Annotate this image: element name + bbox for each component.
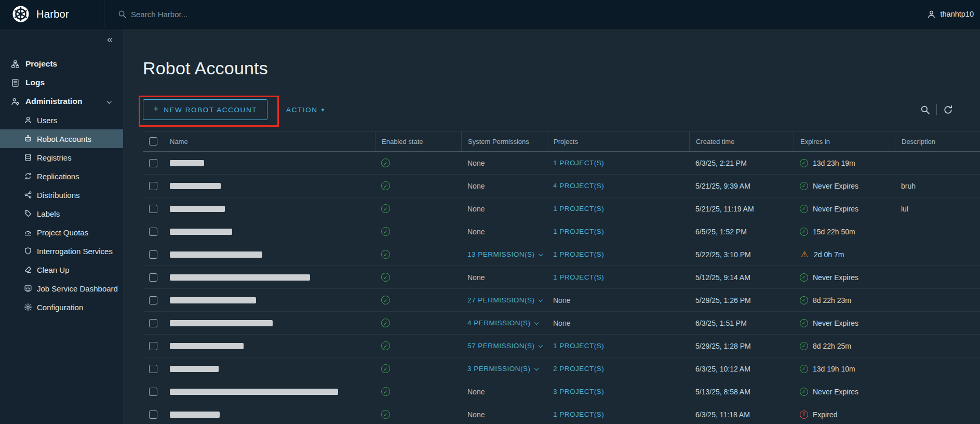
projects-link[interactable]: 1 PROJECT(S) (553, 273, 604, 281)
expires-ok-icon: ✓ (800, 388, 808, 396)
table-row[interactable]: ✓ None 3 PROJECT(S) 5/13/25, 8:58 AM ✓Ne… (143, 380, 980, 403)
projects-link[interactable]: 4 PROJECT(S) (553, 182, 604, 190)
redacted-name-bar (170, 366, 219, 372)
grid-search-icon[interactable] (920, 105, 930, 115)
table-row[interactable]: ✓ None 4 PROJECT(S) 5/21/25, 9:39 AM ✓Ne… (143, 175, 980, 197)
sidebar-item-administration[interactable]: Administration (0, 92, 123, 111)
page-title: Robot Accounts (143, 58, 980, 78)
new-robot-account-button[interactable]: + NEW ROBOT ACCOUNT (143, 99, 267, 120)
replications-icon (24, 172, 32, 180)
created-time: 5/13/25, 8:58 AM (689, 388, 794, 396)
user-menu[interactable]: thanhtp10 (927, 10, 980, 19)
enabled-check-icon: ✓ (381, 227, 390, 236)
collapse-sidebar-button[interactable]: « (107, 34, 113, 44)
row-checkbox[interactable] (149, 273, 157, 282)
created-time: 5/29/25, 1:26 PM (689, 296, 794, 304)
row-checkbox[interactable] (149, 228, 157, 236)
sidebar-item-projects[interactable]: Projects (0, 55, 123, 73)
table-body: ✓ None 1 PROJECT(S) 6/3/25, 2:21 PM ✓13d… (143, 152, 980, 424)
table-row[interactable]: ✓ None 1 PROJECT(S) 5/12/25, 9:14 AM ✓Ne… (143, 266, 980, 289)
permissions-dropdown-link[interactable]: 4 PERMISSION(S) (467, 319, 538, 327)
permissions-dropdown-link[interactable]: 27 PERMISSION(S) (467, 296, 542, 304)
sidebar-item-job-service-dashboard[interactable]: Job Service Dashboard (0, 279, 123, 298)
username: thanhtp10 (940, 10, 974, 18)
row-checkbox[interactable] (149, 388, 157, 396)
row-checkbox[interactable] (149, 205, 157, 213)
row-checkbox[interactable] (149, 365, 157, 373)
refresh-icon[interactable] (943, 105, 953, 115)
sidebar-item-label: Replications (37, 172, 79, 181)
table-row[interactable]: ✓ None 1 PROJECT(S) 5/21/25, 11:19 AM ✓N… (143, 197, 980, 220)
toolbar-divider (936, 104, 937, 115)
projects-link[interactable]: 3 PROJECT(S) (553, 388, 604, 395)
description: lul (895, 205, 980, 213)
table-row[interactable]: ✓ 57 PERMISSION(S) 1 PROJECT(S) 5/29/25,… (143, 335, 980, 357)
global-search-input[interactable] (131, 10, 297, 19)
table-header: Name Enabled state System Permissions Pr… (143, 131, 980, 152)
expires-ok-icon: ✓ (800, 182, 808, 190)
enabled-check-icon: ✓ (381, 181, 390, 190)
sidebar-item-distributions[interactable]: Distributions (0, 186, 123, 204)
row-checkbox[interactable] (149, 182, 157, 190)
row-checkbox[interactable] (149, 410, 157, 419)
projects-link[interactable]: 1 PROJECT(S) (553, 228, 604, 235)
brand[interactable]: Harbor (0, 0, 104, 28)
action-dropdown-button[interactable]: ACTION ▾ (286, 106, 325, 114)
column-header-enabled[interactable]: Enabled state (375, 131, 461, 151)
projects-link[interactable]: 1 PROJECT(S) (553, 159, 604, 167)
redacted-name-bar (170, 343, 244, 349)
row-checkbox[interactable] (149, 319, 157, 327)
sidebar-item-configuration[interactable]: Configuration (0, 298, 123, 316)
expires-text: Never Expires (813, 205, 858, 213)
projects-link[interactable]: 2 PROJECT(S) (553, 365, 604, 373)
sidebar-item-users[interactable]: Users (0, 111, 123, 129)
configuration-icon (24, 303, 32, 311)
sidebar-item-project-quotas[interactable]: Project Quotas (0, 223, 123, 242)
expires-ok-icon: ✓ (800, 365, 808, 373)
created-time: 5/21/25, 11:19 AM (689, 205, 794, 213)
sidebar-item-labels[interactable]: Labels (0, 204, 123, 223)
sidebar-collapse-row: « (0, 29, 123, 49)
permissions-dropdown-link[interactable]: 3 PERMISSION(S) (467, 365, 538, 373)
redacted-name-bar (170, 160, 204, 166)
row-checkbox[interactable] (149, 296, 157, 304)
projects-link[interactable]: 1 PROJECT(S) (553, 342, 604, 350)
enabled-check-icon: ✓ (381, 204, 390, 213)
table-row[interactable]: ✓ None 1 PROJECT(S) 6/5/25, 1:52 PM ✓15d… (143, 220, 980, 243)
table-row[interactable]: ✓ 27 PERMISSION(S) None 5/29/25, 1:26 PM… (143, 289, 980, 312)
sidebar-item-interrogation-services[interactable]: Interrogation Services (0, 242, 123, 260)
sidebar-item-logs[interactable]: Logs (0, 73, 123, 92)
column-header-name[interactable]: Name (164, 131, 375, 151)
column-header-permissions[interactable]: System Permissions (461, 131, 547, 151)
sidebar-item-label: Labels (37, 209, 60, 218)
permissions-dropdown-link[interactable]: 13 PERMISSION(S) (467, 250, 542, 258)
sidebar-item-label: Users (37, 116, 57, 125)
sidebar-item-clean-up[interactable]: Clean Up (0, 260, 123, 279)
permissions-dropdown-link[interactable]: 57 PERMISSION(S) (467, 342, 542, 350)
column-header-description[interactable]: Description (895, 131, 980, 151)
projects-link[interactable]: 1 PROJECT(S) (553, 250, 604, 258)
column-header-expires[interactable]: Expires in (794, 131, 895, 151)
sidebar-item-robot-accounts[interactable]: Robot Accounts (0, 129, 123, 148)
sidebar-item-registries[interactable]: Registries (0, 148, 123, 167)
table-row[interactable]: ✓ 4 PERMISSION(S) None 6/3/25, 1:51 PM ✓… (143, 312, 980, 335)
sidebar-item-label: Distributions (37, 191, 80, 200)
table-row[interactable]: ✓ 3 PERMISSION(S) 2 PROJECT(S) 6/3/25, 1… (143, 357, 980, 380)
sidebar-item-replications[interactable]: Replications (0, 167, 123, 186)
table-row[interactable]: ✓ None 1 PROJECT(S) 6/3/25, 2:21 PM ✓13d… (143, 152, 980, 175)
projects-link[interactable]: 1 PROJECT(S) (553, 410, 604, 418)
redacted-name-bar (170, 297, 256, 303)
column-header-projects[interactable]: Projects (547, 131, 689, 151)
row-checkbox[interactable] (149, 159, 157, 167)
table-row[interactable]: ✓ 13 PERMISSION(S) 1 PROJECT(S) 5/22/25,… (143, 243, 980, 266)
sidebar-item-label: Registries (37, 153, 72, 162)
projects-link[interactable]: 1 PROJECT(S) (553, 205, 604, 213)
row-checkbox[interactable] (149, 250, 157, 259)
created-time: 5/12/25, 9:14 AM (689, 273, 794, 282)
table-row[interactable]: ✓ None 1 PROJECT(S) 6/3/25, 11:18 AM !Ex… (143, 403, 980, 424)
column-header-created[interactable]: Created time (689, 131, 794, 151)
enabled-check-icon: ✓ (381, 341, 390, 350)
row-checkbox[interactable] (149, 342, 157, 350)
sidebar-item-label: Projects (25, 59, 57, 69)
select-all-checkbox[interactable] (149, 137, 157, 145)
